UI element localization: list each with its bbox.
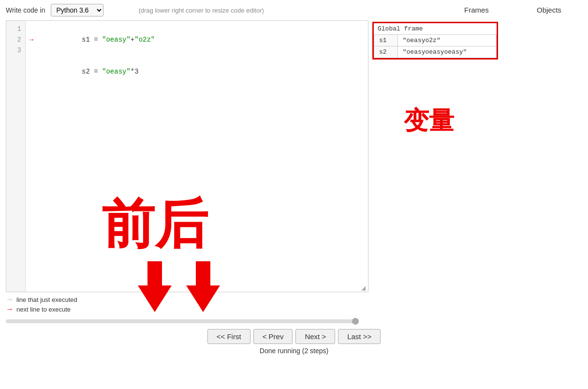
nav-buttons: << First < Prev Next > Last >> <box>0 329 588 344</box>
global-frame-title: Global frame <box>374 23 497 34</box>
var-value-s2: "oeasyoeasyoeasy" <box>397 46 496 58</box>
arrow-down-left <box>138 261 172 312</box>
line-number-2: 2 <box>6 34 25 45</box>
first-button[interactable]: << First <box>207 329 250 344</box>
code-line-3 <box>41 88 364 98</box>
line-number-3: 3 <box>6 45 25 56</box>
global-frame-box: Global frame s1 "oeasyo2z" s2 "oeasyoeas… <box>372 22 498 60</box>
var-name-s1: s1 <box>374 35 398 46</box>
code-line-1: s1 = "oeasy"+"o2z" <box>41 24 364 56</box>
write-code-label: Write code in <box>6 6 45 14</box>
frame-table: s1 "oeasyo2z" s2 "oeasyoeasyoeasy" <box>374 34 497 58</box>
var-name-s2: s2 <box>374 46 398 58</box>
main-area: 1 2 3 → s1 = "oeasy"+"o2z" s2 = "oeasy"*… <box>0 20 588 292</box>
frames-label: Frames <box>464 6 489 14</box>
arrow-cell-3 <box>26 45 37 56</box>
line-numbers: 1 2 3 <box>6 21 26 292</box>
drag-hint: (drag lower right corner to resize code … <box>138 7 264 14</box>
legend-green-item: → line that just executed <box>6 295 582 304</box>
arrow-cell-1 <box>26 24 37 34</box>
table-row: s1 "oeasyo2z" <box>374 35 497 46</box>
arrow-cell-2: → <box>26 34 37 45</box>
arrow-column: → <box>26 21 37 292</box>
table-row: s2 "oeasyoeasyoeasy" <box>374 46 497 58</box>
header-row: Write code in Python 3.6 Python 3.11 Pyt… <box>0 0 588 20</box>
arrows-down <box>138 261 220 312</box>
line-number-1: 1 <box>6 24 25 34</box>
annotation-qianhou: 前后 <box>102 189 208 261</box>
annotation-bianliang: 变量 <box>404 104 454 138</box>
last-button[interactable]: Last >> <box>338 329 381 344</box>
legend-area: → line that just executed → next line to… <box>6 295 582 314</box>
prev-button[interactable]: < Prev <box>253 329 293 344</box>
language-select[interactable]: Python 3.6 Python 3.11 Python 2.7 Java 8 <box>51 4 103 16</box>
legend-red-arrow: → <box>6 305 14 314</box>
next-button[interactable]: Next > <box>295 329 335 344</box>
done-message: Done running (2 steps) <box>0 347 588 355</box>
legend-red-item: → next line to execute <box>6 305 582 314</box>
resize-handle[interactable]: ◢ <box>361 285 367 291</box>
objects-label: Objects <box>537 6 561 14</box>
arrow-down-right <box>186 261 220 312</box>
code-line-2: s2 = "oeasy"*3 <box>41 56 364 88</box>
step-slider[interactable] <box>6 319 359 323</box>
legend-green-arrow: → <box>6 295 14 304</box>
frames-panel: Global frame s1 "oeasyo2z" s2 "oeasyoeas… <box>372 22 498 60</box>
slider-area <box>6 316 582 325</box>
legend-green-label: line that just executed <box>16 296 77 303</box>
legend-red-label: next line to execute <box>16 306 71 313</box>
var-value-s1: "oeasyo2z" <box>397 35 496 46</box>
